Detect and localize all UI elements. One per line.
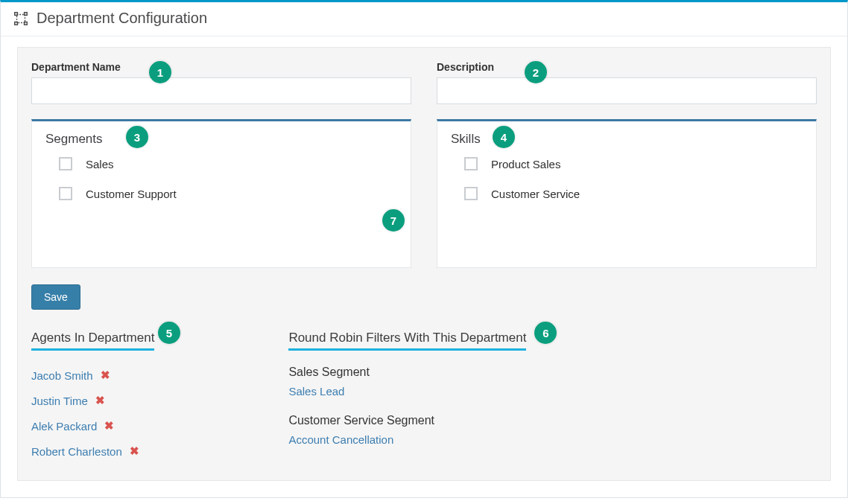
- skill-label: Product Sales: [491, 158, 560, 170]
- page-header: Department Configuration: [1, 2, 847, 36]
- agent-link[interactable]: Jacob Smith: [31, 369, 93, 382]
- page-container: Department Configuration 1 Department Na…: [0, 0, 848, 498]
- segments-panel: 3 7 Segments Sales Customer Support: [31, 119, 411, 268]
- remove-agent-icon[interactable]: ✖: [95, 394, 105, 407]
- segment-item: Sales: [59, 157, 397, 170]
- skill-item: Customer Service: [464, 187, 803, 200]
- description-field-group: 2 Description: [437, 61, 817, 104]
- rr-group-title: Sales Segment: [288, 366, 526, 379]
- remove-agent-icon[interactable]: ✖: [104, 419, 114, 433]
- segment-label: Customer Support: [86, 188, 177, 200]
- agent-link[interactable]: Justin Time: [31, 395, 88, 407]
- rr-filter-link[interactable]: Sales Lead: [288, 385, 344, 398]
- annotation-badge-1: 1: [149, 61, 171, 83]
- skill-checkbox-product-sales[interactable]: [464, 157, 478, 170]
- round-robin-section-title: Round Robin Filters With This Department: [288, 331, 526, 351]
- description-input[interactable]: [437, 77, 817, 104]
- agents-section-title: Agents In Department: [31, 331, 154, 351]
- segments-panel-title: Segments: [45, 132, 397, 147]
- remove-agent-icon[interactable]: ✖: [130, 444, 139, 458]
- page-title: Department Configuration: [37, 10, 207, 27]
- agent-row: Justin Time ✖: [31, 394, 154, 407]
- content-area: 1 Department Name 2 Description 3 7: [1, 36, 847, 497]
- annotation-badge-2: 2: [525, 61, 547, 83]
- round-robin-section: 6 Round Robin Filters With This Departme…: [288, 331, 526, 470]
- segment-item: Customer Support: [59, 187, 397, 200]
- segment-checkbox-sales[interactable]: [59, 157, 72, 170]
- agents-section: 5 Agents In Department Jacob Smith ✖ Jus…: [31, 331, 154, 470]
- skill-checkbox-customer-service[interactable]: [464, 187, 478, 200]
- annotation-badge-6: 6: [534, 322, 557, 344]
- agent-row: Robert Charleston ✖: [31, 444, 154, 458]
- dept-name-field-group: 1 Department Name: [31, 61, 411, 104]
- skills-panel: 4 Skills Product Sales Customer Service: [437, 119, 817, 268]
- skill-item: Product Sales: [464, 157, 803, 170]
- agent-row: Jacob Smith ✖: [31, 369, 154, 382]
- dept-name-label: Department Name: [31, 61, 121, 73]
- description-label: Description: [437, 61, 494, 73]
- segment-checkbox-customer-support[interactable]: [59, 187, 72, 200]
- annotation-badge-7: 7: [382, 209, 405, 232]
- rr-group-title: Customer Service Segment: [288, 414, 526, 427]
- annotation-badge-5: 5: [158, 322, 180, 344]
- agent-link[interactable]: Robert Charleston: [31, 445, 122, 458]
- save-button[interactable]: Save: [31, 284, 80, 310]
- annotation-badge-4: 4: [493, 126, 515, 148]
- agent-row: Alek Packard ✖: [31, 419, 154, 433]
- segment-label: Sales: [86, 158, 114, 170]
- annotation-badge-3: 3: [126, 126, 148, 148]
- rr-filter-link[interactable]: Account Cancellation: [288, 433, 393, 446]
- skill-label: Customer Service: [491, 188, 580, 200]
- agent-link[interactable]: Alek Packard: [31, 420, 97, 433]
- configuration-icon: [13, 10, 29, 27]
- dept-name-input[interactable]: [31, 77, 411, 104]
- remove-agent-icon[interactable]: ✖: [101, 369, 110, 382]
- form-card: 1 Department Name 2 Description 3 7: [17, 47, 831, 481]
